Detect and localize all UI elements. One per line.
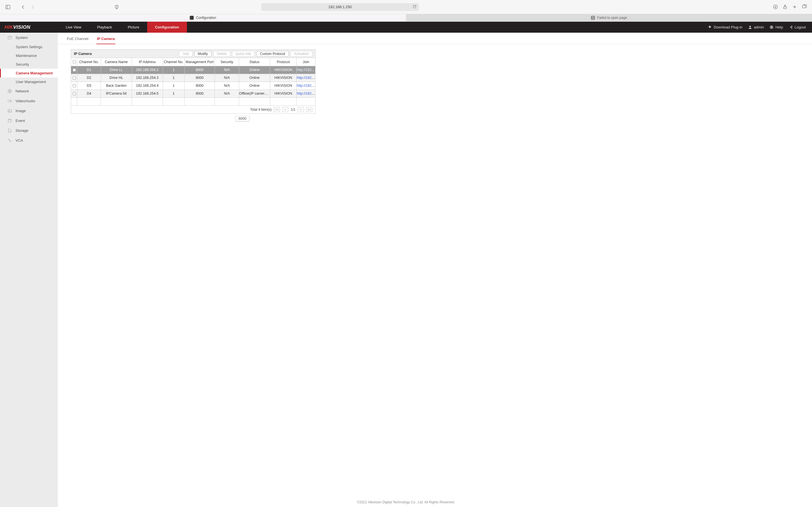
cell-channel-no-2: 1 [163,74,185,82]
panel-header: IP Camera Add Modify Delete Quick Add Cu… [71,50,315,58]
sidebar-toggle-icon[interactable] [5,4,11,10]
nav-label: Playback [97,25,112,29]
user-menu[interactable]: admin [748,25,764,29]
tab-overview-icon[interactable] [801,4,807,10]
help-link[interactable]: ? Help [769,25,783,29]
col-security[interactable]: Security [215,58,239,66]
cell-join: http://192.16… [297,66,315,74]
panel-footer: Total 4 Item(s) << < 1/1 > >> [71,106,315,114]
sidebar: System System Settings Maintenance Secur… [0,33,58,507]
subtab-poe-channel[interactable]: PoE Channel [66,35,89,44]
brand-part1: HIK [4,24,13,30]
sidebar-item-maintenance[interactable]: Maintenance [0,51,58,60]
new-tab-icon[interactable] [792,4,797,10]
table-row[interactable]: D3Back Garden192.168.254.418000N/AOnline… [71,82,315,90]
sidebar-item-event[interactable]: Event [0,116,58,126]
download-plugin-link[interactable]: Download Plug-in [708,25,742,29]
sidebar-item-system[interactable]: System [0,33,58,43]
join-link[interactable]: http://192.16… [297,92,315,96]
sidebar-item-network[interactable]: Network [0,86,58,96]
share-icon[interactable] [782,4,788,10]
sidebar-item-camera-management[interactable]: Camera Management [0,69,58,77]
custom-protocol-button[interactable]: Custom Protocol [256,51,289,57]
join-link[interactable]: http://192.16… [297,83,315,88]
cell-join: http://192.16… [297,90,315,98]
subtabs: PoE Channel IP Camera [58,33,812,44]
browser-tab-configuration[interactable]: Configuration [0,14,406,21]
logout-label: Logout [795,25,806,29]
cell-protocol: HIKVISION [270,66,297,74]
row-checkbox[interactable] [73,76,76,79]
help-label: Help [775,25,783,29]
row-checkbox[interactable] [73,92,76,95]
cell-join: http://192.16… [297,82,315,90]
cell-management-port: 8000 [185,82,215,90]
sidebar-item-vca[interactable]: VCA [0,135,58,145]
sidebar-label: Storage [15,128,29,133]
cell-status: Offline(IP camera… [239,90,270,98]
col-ip-address[interactable]: IP Address [132,58,163,66]
downloads-icon[interactable] [772,4,778,10]
reload-icon[interactable] [412,4,417,10]
cell-ip-address: 192.168.254.4 [132,82,163,90]
sidebar-item-image[interactable]: Image [0,106,58,116]
sidebar-item-storage[interactable]: Storage [0,126,58,135]
join-link[interactable]: http://192.16… [297,68,315,72]
col-management-port[interactable]: Management Port [185,58,215,66]
camera-table: Channel No. Camera Name IP Address Chann… [71,58,315,106]
pager-prev-button: < [282,107,289,112]
privacy-shield-icon[interactable] [114,4,119,10]
panel-title: IP Camera [74,52,92,56]
pager-next-button: > [298,107,304,112]
cell-camera-name: Drive HL [101,74,132,82]
cell-protocol: HIKVISION [270,74,297,82]
topnav: Live View Playback Picture Configuration [58,22,187,33]
nav-back-icon[interactable] [20,4,26,10]
modify-button[interactable]: Modify [194,51,211,57]
col-camera-name[interactable]: Camera Name [101,58,132,66]
favicon-icon [190,16,194,20]
select-all-checkbox[interactable] [73,60,76,63]
cell-camera-name: IPCamera 04 [101,90,132,98]
table-row[interactable]: D2Drive HL192.168.254.318000N/AOnlineHIK… [71,74,315,82]
table-row[interactable]: D4IPCamera 04192.168.254.518000N/AOfflin… [71,90,315,98]
col-channel-no-2[interactable]: Channel No. [163,58,185,66]
quick-add-button: Quick Add [232,51,255,57]
sidebar-item-security[interactable]: Security [0,60,58,69]
cell-ip-address: 192.168.254.2 [132,66,163,74]
subtab-ip-camera[interactable]: IP Camera [96,35,115,44]
cell-status: Online [239,66,270,74]
join-link[interactable]: http://192.16… [297,76,315,80]
col-channel-no[interactable]: Channel No. [77,58,101,66]
delete-button: Delete [213,51,231,57]
ip-camera-panel: IP Camera Add Modify Delete Quick Add Cu… [71,49,315,114]
brand-logo: HIKVISION [0,22,58,33]
nav-playback[interactable]: Playback [89,22,120,33]
cell-management-port: 8000 [185,74,215,82]
svg-point-21 [10,131,10,131]
col-join[interactable]: Join [297,58,315,66]
nav-configuration[interactable]: Configuration [147,22,187,33]
browser-tab-failed[interactable]: 1 Failed to open page [406,14,812,21]
svg-rect-6 [802,5,805,8]
sidebar-item-system-settings[interactable]: System Settings [0,43,58,51]
address-bar[interactable]: 192.168.1.250 [261,3,419,11]
row-checkbox[interactable] [73,68,76,71]
cell-camera-name: Drive LL [101,66,132,74]
col-status[interactable]: Status [239,58,270,66]
row-checkbox[interactable] [73,84,76,87]
nav-live-view[interactable]: Live View [58,22,89,33]
sidebar-item-video-audio[interactable]: Video/Audio [0,96,58,106]
cell-security: N/A [215,82,239,90]
download-plugin-label: Download Plug-in [714,25,742,29]
user-label: admin [754,25,764,29]
nav-picture[interactable]: Picture [120,22,147,33]
table-row[interactable]: D1Drive LL192.168.254.218000N/AOnlineHIK… [71,66,315,74]
browser-tab-label: Configuration [196,16,216,20]
logout-link[interactable]: Logout [789,25,806,29]
table-header-row: Channel No. Camera Name IP Address Chann… [71,58,315,66]
col-protocol[interactable]: Protocol [270,58,297,66]
sidebar-item-user-management[interactable]: User Management [0,77,58,86]
cell-management-port: 8000 [185,66,215,74]
add-button: Add [179,51,192,57]
